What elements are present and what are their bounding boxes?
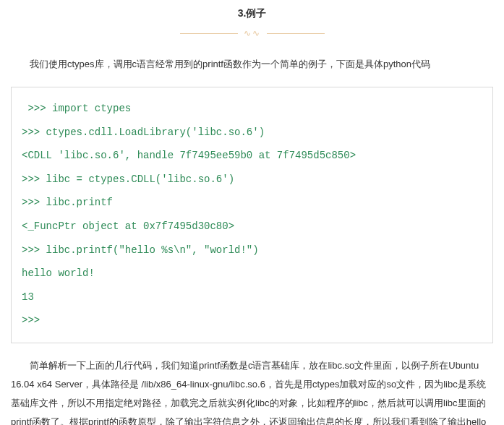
code-line: <_FuncPtr object at 0x7f7495d30c80> [22, 220, 482, 234]
divider-line-right [267, 33, 325, 34]
divider-ornament-icon: ∿∿ [244, 28, 261, 38]
section-title: 3.例子 [11, 7, 493, 20]
explanation-paragraph: 简单解析一下上面的几行代码，我们知道printf函数是c语言基础库，放在libc… [11, 356, 493, 425]
code-line: hello world! [22, 267, 482, 281]
code-block: >>> import ctypes >>> ctypes.cdll.LoadLi… [11, 87, 493, 343]
code-line: >>> libc.printf("hello %s\n", "world!") [22, 244, 482, 258]
code-line: <CDLL 'libc.so.6', handle 7f7495ee59b0 a… [22, 149, 482, 163]
code-line: >>> import ctypes [22, 102, 482, 116]
divider-line-left [180, 33, 238, 34]
code-line: >>> [22, 314, 482, 328]
code-line: 13 [22, 291, 482, 305]
section-divider: ∿∿ [11, 26, 493, 40]
intro-paragraph: 我们使用ctypes库，调用c语言经常用到的printf函数作为一个简单的例子，… [11, 55, 493, 74]
code-line: >>> libc = ctypes.CDLL('libc.so.6') [22, 173, 482, 187]
code-line: >>> libc.printf [22, 196, 482, 210]
code-line: >>> ctypes.cdll.LoadLibrary('libc.so.6') [22, 126, 482, 140]
